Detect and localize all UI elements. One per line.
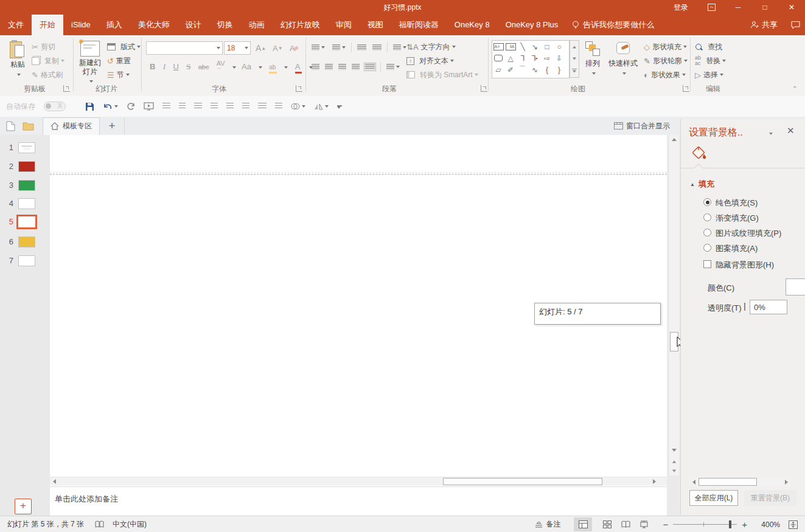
label-solid-fill[interactable]: 纯色填充(S) bbox=[716, 198, 758, 209]
radio-picture-fill[interactable] bbox=[703, 229, 711, 237]
notes-placeholder[interactable]: 单击此处添加备注 bbox=[50, 487, 667, 505]
convert-smartart-button[interactable]: 转换为 SmartArt bbox=[406, 68, 478, 81]
shape-oval-icon[interactable]: ○ bbox=[553, 41, 565, 52]
italic-button[interactable]: I bbox=[163, 62, 166, 72]
increase-indent-icon[interactable] bbox=[372, 44, 382, 50]
reset-background-button[interactable]: 重置背景(B) bbox=[744, 490, 796, 506]
slide-thumb-4[interactable]: 4 bbox=[0, 196, 50, 214]
checkbox-hide-background[interactable] bbox=[703, 260, 711, 268]
align-right-icon[interactable] bbox=[338, 64, 346, 70]
drawing-dialog-launcher[interactable] bbox=[683, 85, 689, 92]
slide-thumb-6[interactable]: 6 bbox=[0, 234, 50, 252]
shape-elbow-icon[interactable]: Ꞁ bbox=[517, 52, 529, 64]
shape-arc-icon[interactable]: ⌒ bbox=[517, 64, 529, 75]
slide-thumb-3[interactable]: 3 bbox=[0, 178, 50, 196]
previous-slide-button[interactable] bbox=[669, 457, 679, 466]
transparency-slider[interactable] bbox=[744, 303, 745, 311]
shape-outline-button[interactable]: ✎形状轮廓 bbox=[644, 54, 688, 67]
tab-slideshow[interactable]: 幻灯片放映 bbox=[273, 15, 328, 35]
shape-left-brace-icon[interactable]: { bbox=[541, 64, 553, 75]
shape-vertical-textbox-icon[interactable]: ‖A bbox=[504, 41, 517, 52]
tab-onekey8[interactable]: OneKey 8 bbox=[447, 15, 498, 35]
language-indicator[interactable]: 中文(中国) bbox=[113, 519, 147, 530]
pane-close-icon[interactable]: ✕ bbox=[787, 125, 795, 136]
tell-me-box[interactable]: 告诉我你想要做什么 bbox=[566, 15, 660, 35]
section-button[interactable]: ☰节 bbox=[107, 68, 130, 81]
apply-all-button[interactable]: 全部应用(L) bbox=[689, 490, 738, 506]
shape-down-arrow-icon[interactable]: ⇩ bbox=[553, 52, 565, 64]
justify-icon[interactable] bbox=[352, 64, 360, 70]
strikethrough-button[interactable]: S bbox=[186, 62, 190, 72]
paragraph-dialog-launcher[interactable] bbox=[481, 85, 487, 92]
next-slide-button[interactable] bbox=[669, 466, 679, 475]
columns-icon[interactable] bbox=[386, 64, 394, 70]
pane-menu-caret[interactable] bbox=[769, 133, 773, 135]
shape-gallery-more-button[interactable] bbox=[570, 64, 579, 78]
tab-animations[interactable]: 动画 bbox=[241, 15, 273, 35]
numbering-icon[interactable] bbox=[332, 44, 340, 50]
tab-design[interactable]: 设计 bbox=[178, 15, 209, 35]
pane-scroll-right-button[interactable] bbox=[782, 477, 790, 486]
paste-button[interactable]: 粘贴 bbox=[4, 39, 32, 83]
h-scroll-left-button[interactable] bbox=[50, 477, 58, 486]
select-button[interactable]: ▷选择 bbox=[695, 68, 723, 81]
sign-in-button[interactable]: 登录 bbox=[664, 0, 698, 15]
reset-button[interactable]: ↺重置 bbox=[107, 54, 131, 67]
normal-view-button[interactable] bbox=[574, 517, 592, 531]
pane-scroll-left-button[interactable] bbox=[689, 477, 698, 486]
color-picker-button[interactable] bbox=[786, 278, 805, 295]
new-slide-plus-button[interactable]: + bbox=[15, 499, 32, 514]
line-spacing-icon[interactable] bbox=[393, 44, 401, 50]
shape-triangle-icon[interactable]: △ bbox=[504, 52, 517, 64]
align-top-objects-button[interactable] bbox=[211, 103, 218, 110]
shape-curve-icon[interactable]: ∿ bbox=[529, 64, 541, 75]
clipboard-dialog-launcher[interactable] bbox=[63, 85, 70, 92]
tab-onekey8plus[interactable]: OneKey 8 Plus bbox=[498, 15, 566, 35]
cut-button[interactable]: ✂剪切 bbox=[32, 40, 55, 54]
radio-pattern-fill[interactable] bbox=[703, 244, 711, 252]
slide-thumb-1[interactable]: 1 bbox=[0, 140, 50, 158]
align-text-button[interactable]: ↕对齐文本 bbox=[406, 54, 454, 67]
slideshow-from-current-button[interactable] bbox=[144, 102, 154, 111]
slide-thumb-2[interactable]: 2 bbox=[0, 159, 50, 177]
fill-bucket-icon[interactable] bbox=[691, 146, 708, 162]
distribute-vertical-button[interactable] bbox=[275, 103, 282, 110]
more-quick-commands-button[interactable] bbox=[337, 104, 341, 109]
distribute-icon[interactable] bbox=[365, 64, 375, 70]
zoom-slider[interactable] bbox=[673, 520, 737, 528]
underline-button[interactable]: U bbox=[173, 62, 178, 71]
v-scroll-down-button[interactable] bbox=[669, 446, 679, 455]
label-gradient-fill[interactable]: 渐变填充(G) bbox=[716, 213, 759, 224]
align-center-icon[interactable] bbox=[325, 64, 333, 70]
label-hide-background[interactable]: 隐藏背景图形(H) bbox=[716, 260, 774, 271]
tab-home[interactable]: 开始 bbox=[32, 15, 63, 35]
shape-rectangle-icon[interactable]: □ bbox=[541, 41, 553, 52]
collapse-ribbon-button[interactable]: ⌃ bbox=[792, 85, 797, 92]
close-button[interactable]: ✕ bbox=[778, 0, 805, 15]
new-tab-button[interactable]: + bbox=[100, 117, 125, 134]
pane-h-scrollbar[interactable] bbox=[689, 477, 790, 486]
align-middle-objects-button[interactable] bbox=[226, 103, 234, 110]
vertical-scrollbar[interactable] bbox=[669, 135, 679, 475]
grow-font-button[interactable]: A▲ bbox=[256, 41, 266, 55]
h-scroll-thumb[interactable] bbox=[443, 478, 602, 485]
spellcheck-icon[interactable] bbox=[95, 520, 104, 528]
document-tab[interactable]: 模板专区 bbox=[43, 117, 100, 135]
undo-button[interactable] bbox=[103, 103, 118, 111]
text-direction-button[interactable]: ⇅A文字方向 bbox=[406, 40, 456, 54]
shape-rounded-rect-icon[interactable] bbox=[492, 52, 504, 64]
label-picture-fill[interactable]: 图片或纹理填充(P) bbox=[716, 228, 781, 239]
shape-gallery-down-button[interactable] bbox=[570, 52, 579, 65]
tab-insert[interactable]: 插入 bbox=[99, 15, 130, 35]
label-pattern-fill[interactable]: 图案填充(A) bbox=[716, 243, 758, 254]
new-document-icon[interactable] bbox=[6, 121, 15, 131]
find-button[interactable]: 查找 bbox=[695, 40, 722, 54]
change-case-button[interactable]: Aa bbox=[242, 62, 251, 71]
format-painter-button[interactable]: ✎格式刷 bbox=[32, 68, 63, 81]
arrange-button[interactable]: 排列 bbox=[580, 39, 605, 83]
shrink-font-button[interactable]: A▼ bbox=[273, 41, 283, 55]
font-name-combo[interactable] bbox=[146, 41, 223, 55]
font-color-button[interactable]: A bbox=[295, 62, 302, 74]
zoom-percentage[interactable]: 400% bbox=[756, 520, 780, 529]
open-folder-icon[interactable] bbox=[23, 122, 34, 131]
